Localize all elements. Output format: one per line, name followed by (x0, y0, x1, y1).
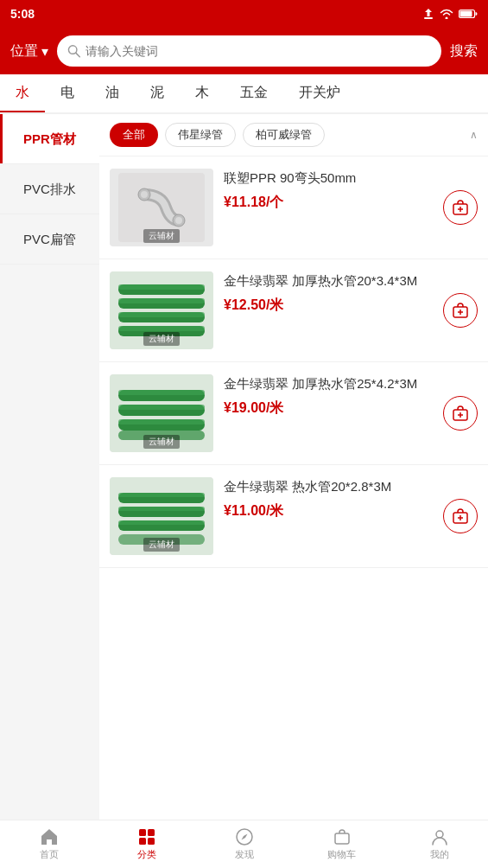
product-list: 云辅材 联塑PPR 90弯头50mm ¥11.18/个 (99, 156, 488, 568)
product-item: 云辅材 联塑PPR 90弯头50mm ¥11.18/个 (99, 156, 488, 259)
product-price-4: ¥11.00/米 (224, 502, 433, 520)
cart-icon-3 (452, 405, 469, 422)
search-bar (57, 35, 441, 67)
nav-label-discover: 发现 (235, 848, 254, 861)
product-info-2: 金牛绿翡翠 加厚热水管20*3.4*3M ¥12.50/米 (224, 271, 433, 315)
watermark-3: 云辅材 (143, 435, 180, 449)
filter-tag-weixin[interactable]: 伟星绿管 (165, 123, 236, 147)
cat-tab-water[interactable]: 水 (0, 74, 45, 112)
product-image-2: 云辅材 (110, 271, 213, 349)
product-image-3: 云辅材 (110, 374, 213, 452)
svg-point-7 (141, 191, 148, 198)
filter-tag-all[interactable]: 全部 (110, 123, 158, 147)
status-icons (422, 8, 478, 20)
cart-icon-1 (452, 199, 469, 216)
svg-rect-31 (118, 419, 205, 424)
svg-rect-42 (118, 520, 205, 525)
product-name-4: 金牛绿翡翠 热水管20*2.8*3M (224, 477, 433, 495)
search-button[interactable]: 搜索 (450, 42, 478, 61)
product-info-3: 金牛绿翡翠 加厚热水管25*4.2*3M ¥19.00/米 (224, 374, 433, 418)
product-name-2: 金牛绿翡翠 加厚热水管20*3.4*3M (224, 271, 433, 290)
product-image-4: 云辅材 (110, 477, 213, 555)
product-price-3: ¥19.00/米 (224, 399, 433, 418)
svg-rect-19 (118, 312, 205, 317)
cat-tab-mud[interactable]: 泥 (135, 74, 180, 112)
svg-rect-0 (424, 17, 433, 19)
watermark-2: 云辅材 (143, 332, 180, 346)
add-to-cart-2[interactable] (443, 293, 478, 328)
product-info-1: 联塑PPR 90弯头50mm ¥11.18/个 (224, 169, 433, 212)
product-price-1: ¥11.18/个 (224, 194, 433, 212)
status-bar: 5:08 (0, 0, 488, 28)
cart-icon-4 (452, 507, 469, 525)
product-name-3: 金牛绿翡翠 加厚热水管25*4.2*3M (224, 374, 433, 393)
location-button[interactable]: 位置 ▾ (10, 42, 48, 61)
nav-label-home: 首页 (40, 848, 59, 861)
bottom-nav: 首页 分类 发现 购物车 我的 (0, 820, 488, 868)
svg-rect-47 (139, 829, 146, 836)
cat-tab-switch[interactable]: 开关炉 (283, 74, 356, 112)
search-input[interactable] (86, 44, 431, 58)
cat-tab-wood[interactable]: 木 (180, 74, 225, 112)
product-info-4: 金牛绿翡翠 热水管20*2.8*3M ¥11.00/米 (224, 477, 433, 520)
category-tabs: 水 电 油 泥 木 五金 开关炉 (0, 74, 488, 114)
sidebar-item-pvc-flat[interactable]: PVC扁管 (0, 214, 99, 265)
battery-icon (459, 9, 478, 19)
svg-rect-50 (148, 838, 155, 845)
watermark-4: 云辅材 (143, 538, 180, 552)
location-label: 位置 (10, 42, 38, 61)
nav-label-cart: 购物车 (327, 848, 356, 861)
add-to-cart-3[interactable] (443, 396, 478, 431)
nav-label-profile: 我的 (430, 848, 449, 861)
upload-icon (422, 8, 434, 20)
add-to-cart-4[interactable] (443, 499, 478, 533)
cat-tab-oil[interactable]: 油 (90, 74, 135, 112)
product-item-3: 云辅材 金牛绿翡翠 加厚热水管25*4.2*3M ¥19.00/米 (99, 362, 488, 465)
svg-rect-21 (118, 326, 205, 331)
svg-rect-38 (118, 493, 205, 497)
svg-rect-2 (460, 11, 472, 17)
svg-point-9 (175, 217, 182, 224)
cat-tab-hardware[interactable]: 五金 (225, 74, 283, 112)
location-arrow: ▾ (41, 43, 48, 60)
main-content: PPR管材 PVC排水 PVC扁管 全部 伟星绿管 柏可威绿管 ∧ (0, 114, 488, 820)
svg-rect-52 (335, 833, 349, 844)
svg-rect-40 (118, 507, 205, 511)
wifi-icon (440, 9, 453, 19)
nav-item-discover[interactable]: 发现 (195, 820, 293, 868)
nav-item-category[interactable]: 分类 (98, 820, 195, 868)
product-image-1: 云辅材 (110, 169, 213, 246)
product-item-2: 云辅材 金牛绿翡翠 加厚热水管20*3.4*3M ¥12.50/米 (99, 259, 488, 362)
filter-tags: 全部 伟星绿管 柏可威绿管 ∧ (99, 114, 488, 156)
svg-point-53 (436, 831, 443, 838)
search-icon (67, 44, 80, 58)
nav-item-cart[interactable]: 购物车 (293, 820, 390, 868)
cat-tab-electric[interactable]: 电 (45, 74, 90, 112)
svg-rect-17 (118, 298, 205, 303)
nav-label-category: 分类 (137, 848, 156, 861)
status-time: 5:08 (10, 7, 35, 21)
user-icon (430, 827, 449, 846)
grid-icon (137, 827, 156, 846)
sidebar-item-pvc-drain[interactable]: PVC排水 (0, 164, 99, 214)
sidebar-item-ppr[interactable]: PPR管材 (0, 114, 99, 164)
cart-icon-2 (452, 302, 469, 319)
add-to-cart-1[interactable] (443, 190, 478, 225)
nav-item-profile[interactable]: 我的 (390, 820, 488, 868)
sidebar: PPR管材 PVC排水 PVC扁管 (0, 114, 99, 820)
filter-tag-baikewei[interactable]: 柏可威绿管 (243, 123, 325, 147)
svg-rect-27 (118, 390, 205, 395)
home-icon (40, 827, 59, 846)
cart-icon-nav (333, 827, 352, 846)
svg-rect-48 (148, 829, 155, 836)
product-name-1: 联塑PPR 90弯头50mm (224, 169, 433, 187)
nav-item-home[interactable]: 首页 (0, 820, 98, 868)
discover-icon (235, 827, 254, 846)
svg-line-4 (76, 53, 79, 56)
collapse-button[interactable]: ∧ (470, 129, 478, 141)
product-price-2: ¥12.50/米 (224, 297, 433, 315)
svg-rect-15 (118, 284, 205, 290)
svg-rect-49 (139, 838, 146, 845)
right-content: 全部 伟星绿管 柏可威绿管 ∧ (99, 114, 488, 820)
svg-rect-29 (118, 405, 205, 410)
